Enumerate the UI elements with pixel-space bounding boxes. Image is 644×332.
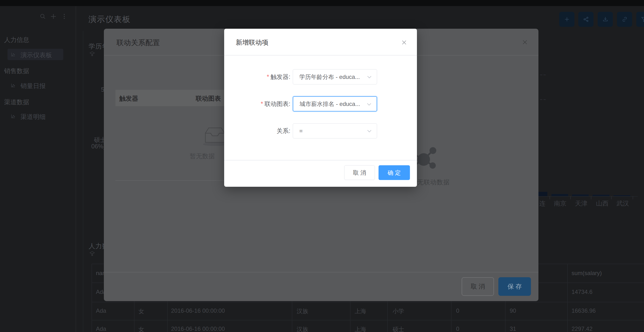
card-border [83,31,83,332]
table-column-divider [567,264,568,332]
table-column-divider [92,264,92,332]
screen: 人力信息 演示仪表板 销售数据 销量日报 渠道数据 渠道明细 演示仪表板 [0,0,644,332]
page-title: 演示仪表板 [88,14,131,25]
column-header-trigger: 触发器 [119,94,138,103]
table-cell: 0 [456,326,459,332]
bar [572,194,589,196]
select-value: 城市薪水排名 - educa... [300,100,360,108]
chart-icon [11,83,16,88]
table-cell: 16636.96 [572,307,596,314]
x-axis-label: 武汉 [616,199,629,208]
axis-tick [611,196,612,199]
save-button[interactable]: 保 存 [498,277,531,296]
dialog-title: 联动关系配置 [116,38,160,48]
form-row-linked-chart: * 联动图表: 城市薪水排名 - educa... [224,96,417,112]
chart-icon [11,114,16,119]
axis-tick [591,196,591,199]
table-cell: 上海 [354,307,366,315]
add-dashboard-icon[interactable] [50,13,57,20]
linked-chart-select[interactable]: 城市薪水排名 - educa... [293,96,377,112]
axis-tick [550,196,550,199]
close-icon[interactable] [401,39,407,46]
axis-label-fragment [540,99,542,100]
table-cell: 硕士 [392,326,404,332]
field-label: * 联动图表: [261,100,290,108]
divider [224,55,417,55]
search-icon[interactable] [39,13,46,20]
select-value: 学历年龄分布 - educa... [299,73,360,81]
table-cell: 14734.6 [572,289,592,295]
field-label: * 触发器: [267,73,290,81]
download-button[interactable] [598,12,613,27]
sidebar-item-label[interactable]: 渠道明细 [20,113,46,121]
required-asterisk: * [267,73,269,80]
filter-button[interactable] [636,12,644,27]
divider [104,272,538,272]
table-cell: 小学 [392,307,404,315]
pie-label-fragment: 06%) [91,143,104,150]
table-header-salary: sum(salary) [572,270,602,277]
axis-label-fragment [544,99,546,100]
relation-select[interactable]: = [293,123,377,139]
table-row-divider [92,302,644,302]
form-row-trigger: * 触发器: 学历年龄分布 - educa... [224,69,417,84]
axis-label-fragment [540,75,542,75]
field-label: 关系: [276,127,290,135]
sidebar-item-label[interactable]: 演示仪表板 [20,51,52,59]
add-linkage-dialog: 新增联动项 * 触发器: 学历年龄分布 - educa... * [224,29,417,187]
table-cell: Ada [96,307,106,314]
x-axis-label: 南京 [554,199,566,208]
x-axis-label: 天津 [575,199,588,208]
bar [552,194,568,196]
cancel-button[interactable]: 取 消 [344,165,375,180]
table-cell: 2297.42 [572,326,592,332]
table-cell: 女 [138,307,144,315]
trigger-select[interactable]: 学历年龄分布 - educa... [293,69,377,84]
axis-label-fragment [544,75,546,75]
chart-icon [11,52,16,57]
chevron-down-icon [367,76,372,78]
form-row-relation: 关系: = [224,123,417,139]
drill-icon[interactable] [89,51,95,57]
column-header-linked-chart: 联动图表 [196,94,221,103]
empty-text: 暂无数据 [190,152,218,161]
sidebar-item-label[interactable]: 销量日报 [20,82,46,90]
chart2-title: 人力数据 [89,242,104,250]
x-axis-label: 山西 [596,199,608,208]
kebab-menu-icon[interactable] [61,13,68,20]
x-axis-label: 连 [539,199,546,208]
table-cell: Ada [96,326,106,332]
table-cell: 31 [510,326,516,332]
cancel-button[interactable]: 取 消 [462,277,494,296]
linkage-share-icon [412,144,446,175]
sidebar-group-sales: 销售数据 [4,67,29,75]
table-cell: Ada [96,289,104,295]
confirm-button[interactable]: 确 定 [378,165,410,180]
required-asterisk: * [261,100,263,107]
table-cell: 90 [510,307,516,314]
table-cell: 0 [456,307,459,314]
table-cell: 汉族 [297,307,308,315]
share-button[interactable] [578,12,594,27]
chevron-down-icon [367,103,371,106]
sidebar-divider [76,6,76,332]
sidebar-group-hr: 人力信息 [4,36,29,44]
drill-icon[interactable] [89,251,95,257]
table-cell: 上海 [354,326,366,332]
dialog-title: 新增联动项 [236,38,268,47]
divider [224,160,417,161]
axis-tick [633,196,633,199]
table-cell: 汉族 [297,326,308,332]
chevron-down-icon [367,130,372,133]
close-icon[interactable] [522,39,528,45]
sidebar-group-channel: 渠道数据 [4,98,29,106]
table-cell: 女 [138,326,144,332]
table-cell: 2016-06-16 00:00:00 [171,326,225,332]
top-navigation-bar [0,0,644,6]
link-button[interactable] [617,12,632,27]
select-value: = [299,128,303,134]
table-cell: 2016-06-16 00:00:00 [171,307,225,314]
axis-tick [570,196,571,199]
table-header-name: nam [96,270,104,277]
add-widget-button[interactable] [559,12,574,27]
